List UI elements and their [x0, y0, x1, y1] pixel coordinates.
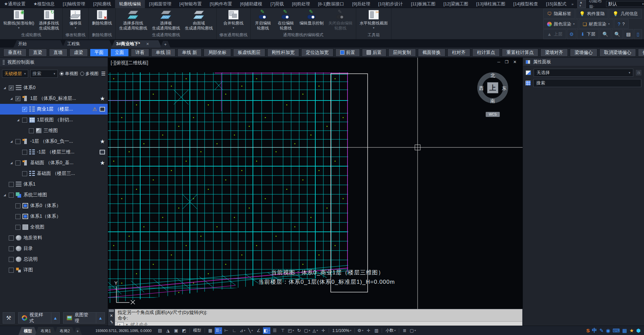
toolbar-button[interactable]: 刚性杆加宽 — [267, 49, 300, 57]
snapshot-icon[interactable] — [100, 150, 105, 154]
new-tab-button[interactable]: + — [160, 41, 170, 48]
toolbar-button[interactable]: 直梁 — [29, 49, 47, 57]
compass-top-face[interactable]: 上 — [487, 82, 498, 93]
tree-row[interactable]: ◢✓1层 （体系0_标准层...★ — [0, 93, 108, 104]
ribbon-right-button[interactable]: ?? — [614, 19, 629, 29]
toolbar-button[interactable]: 详看 — [131, 49, 149, 57]
tree-checkbox[interactable] — [22, 118, 27, 123]
document-tab[interactable]: 3#商业地下*✕ — [111, 40, 162, 48]
visual-style-expand-icon[interactable]: ▲ — [51, 313, 60, 323]
collapse-ribbon-button[interactable]: ▲ ▾ — [577, 0, 586, 8]
model-space-label[interactable]: 模型 — [192, 327, 203, 334]
ribbon-button[interactable]: ✎在位编辑 轮廓线 — [275, 9, 297, 31]
sheet-tab[interactable]: 模型 — [18, 327, 37, 335]
tree-row[interactable]: 总说明 — [0, 254, 108, 265]
ribbon-button[interactable]: ✎开启编辑 轮廓线 — [252, 9, 274, 31]
zoom-in-button[interactable]: 🔍 — [600, 29, 611, 39]
toolbar-button[interactable]: 单线 新 — [177, 49, 202, 57]
toolbar-button[interactable]: 定位边加宽 — [301, 49, 333, 57]
tree-checkbox[interactable] — [15, 203, 20, 208]
ribbon-button[interactable]: ✎编辑显示控制 — [298, 9, 326, 26]
toolbar-button[interactable]: 取消梁墙偏心 — [599, 49, 636, 57]
tree-menu-icon[interactable]: ☰ — [101, 71, 106, 77]
list-panel-button[interactable]: ▤ — [624, 29, 633, 39]
infer-constraints-icon[interactable]: ⊢ — [223, 327, 230, 334]
sogou-logo-icon[interactable]: S — [586, 328, 590, 333]
tree-row[interactable]: ◢基础面 （体系0_基...★ — [0, 157, 108, 168]
ribbon-button[interactable]: ✂水平轮廓线截面▾ — [358, 9, 390, 30]
toolbar-button[interactable]: 柱计算点 — [472, 49, 500, 57]
drawing-canvas[interactable]: [-][俯视][二维线框] ─ ❐ ✕ Y 当前视图：体系0_商业1层（楼层三维… — [108, 58, 523, 309]
tree-checkbox[interactable] — [9, 268, 14, 273]
lineweight-icon[interactable]: ☰ — [271, 327, 278, 334]
toolbar-button[interactable]: 局部坐标 — [204, 49, 231, 57]
dropdown-caret-icon[interactable]: ▾ — [608, 22, 610, 25]
tools-button[interactable]: ⚒ — [3, 312, 15, 324]
toolbox-icon[interactable]: ⬢ — [636, 328, 641, 334]
panel-pin-icon[interactable]: ◳ — [636, 70, 641, 75]
favorite-star-icon[interactable]: ★ — [100, 138, 105, 145]
restore-icon[interactable]: ❐ — [505, 60, 508, 64]
tree-checkbox[interactable] — [22, 150, 27, 155]
dynamic-input-icon[interactable]: ▢▾ — [303, 327, 311, 334]
menu-item[interactable]: [10]初步设计 — [374, 0, 407, 8]
tree-row[interactable]: ◢-1层 （体系0_负一...★ — [0, 136, 108, 147]
tree-expander-icon[interactable]: ◢ — [3, 86, 7, 89]
menu-item[interactable]: ★通用设置 — [0, 0, 30, 8]
clean-screen-icon[interactable]: ▢▾ — [409, 327, 416, 334]
menu-item[interactable]: [8-1]数据接口 — [314, 0, 348, 8]
tree-row[interactable]: ◢1层视图 （剖切... — [0, 115, 108, 125]
toolbar-button[interactable]: 垂直柱 — [3, 49, 26, 57]
tree-checkbox[interactable] — [15, 214, 20, 219]
menu-item[interactable]: [5]构件布置 — [206, 0, 236, 8]
voice-input-icon[interactable]: ◉ — [606, 328, 610, 334]
ribbon-button[interactable]: ↻选择多段线 生成轮廓线 — [37, 9, 61, 31]
symbol-panel-icon[interactable]: ▦ — [622, 328, 627, 334]
ribbon-right-button[interactable]: ❏材质渲染▾ — [579, 19, 613, 29]
tree-checkbox[interactable] — [15, 225, 20, 230]
tree-row[interactable]: ◢系统三维图 — [0, 190, 108, 200]
menu-item[interactable]: [9]后处理 — [348, 0, 374, 8]
tree-checkbox[interactable] — [9, 236, 14, 241]
layout-select[interactable]: 默认▾ — [606, 1, 644, 7]
ribbon-button[interactable]: 合并轮廓线▾ — [221, 9, 246, 30]
selection-filter-icon[interactable] — [526, 70, 531, 75]
autoscale-icon[interactable]: ✛ — [320, 327, 327, 334]
basemap-expand-icon[interactable]: ▲ — [96, 313, 105, 323]
menu-item[interactable]: [4]智能布置 — [175, 0, 206, 8]
tree-checkbox[interactable] — [15, 139, 20, 144]
dropdown-caret-icon[interactable]: ▾ — [75, 26, 76, 29]
tree-row[interactable]: 地质资料 — [0, 232, 108, 243]
toolbar-button[interactable]: 单线 旧 — [151, 49, 175, 57]
iso-view-icon[interactable]: ◮ — [164, 327, 172, 334]
annotation-monitor-icon[interactable]: ✛ — [365, 327, 372, 334]
toolbar-button[interactable]: 截面替换 — [418, 49, 445, 57]
ribbon-right-button[interactable]: 🗨隐藏标签 — [543, 9, 575, 19]
tree-row[interactable]: 体系0（体系） — [0, 200, 108, 211]
menu-item[interactable]: [11]板施工图 — [407, 0, 439, 8]
tree-checkbox[interactable]: ✓ — [9, 85, 14, 90]
property-search-field[interactable]: 搜索 — [533, 79, 641, 87]
object-snap-icon[interactable]: ◧▾ — [263, 327, 270, 334]
menu-item[interactable]: [1]轴线管理 — [59, 0, 89, 8]
menu-item[interactable]: [7]荷载 — [266, 0, 288, 8]
command-customize-icon[interactable]: ⚷ — [109, 319, 114, 325]
tree-expander-icon[interactable]: ◢ — [9, 161, 13, 164]
compass-east[interactable]: 东 — [501, 85, 507, 91]
sheet-tab[interactable]: 布局1 — [35, 327, 56, 335]
menu-item[interactable]: [12]梁施工图 — [439, 0, 472, 8]
tree-row[interactable]: 体系1 — [0, 179, 108, 190]
tree-row[interactable]: 详图 — [0, 265, 108, 275]
dropdown-caret-icon[interactable]: ▾ — [18, 26, 20, 29]
isometric-drafting-icon[interactable]: ╲▾ — [247, 327, 254, 334]
view-compass[interactable]: 北 南 西 东 上 WCS — [471, 70, 515, 123]
menu-item[interactable]: [2]轮廓线 — [89, 0, 115, 8]
tree-search-dropdown[interactable]: 搜索▾ — [30, 70, 58, 78]
snap-mode-icon[interactable]: ⠿▾ — [215, 327, 222, 334]
selection-cycling-icon[interactable]: ◰▾ — [287, 327, 294, 334]
favorite-star-icon[interactable]: ★ — [100, 159, 105, 166]
ribbon-button[interactable]: ↕偏移值▾ — [64, 9, 87, 30]
units-precision[interactable]: 小数▾ — [384, 327, 397, 334]
workspace-gear-icon[interactable]: ⚙▾ — [357, 327, 364, 334]
tree-checkbox[interactable] — [9, 257, 14, 262]
